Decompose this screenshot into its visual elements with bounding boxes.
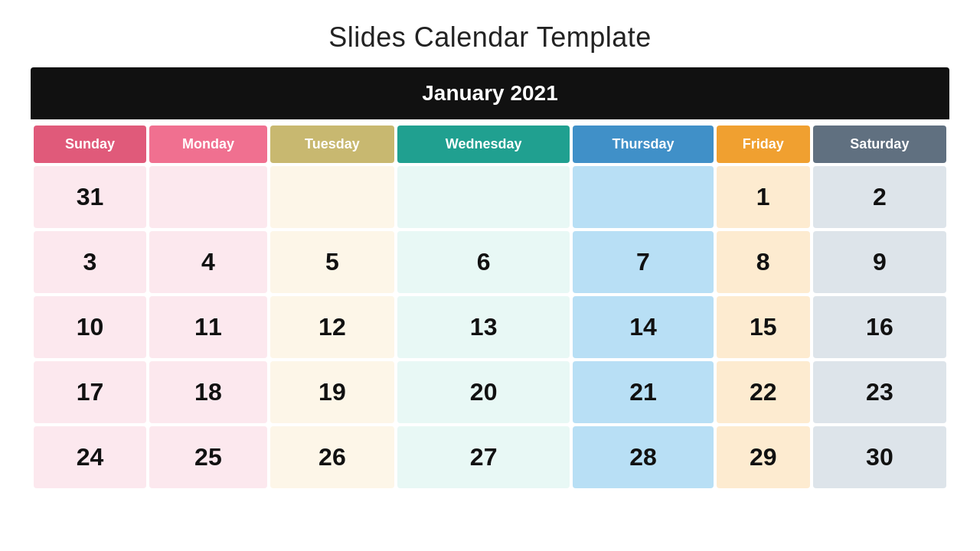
calendar-body: 3112345678910111213141516171819202122232… [34, 166, 946, 488]
calendar-cell: 18 [149, 361, 267, 423]
calendar-cell: 27 [397, 426, 570, 488]
day-header-friday: Friday [717, 126, 810, 163]
calendar-week-row: 3112 [34, 166, 946, 228]
calendar-cell [397, 166, 570, 228]
calendar-cell: 9 [813, 231, 946, 293]
calendar-cell: 21 [573, 361, 713, 423]
day-header-tuesday: Tuesday [270, 126, 394, 163]
calendar-cell: 13 [397, 296, 570, 358]
calendar-month-header: January 2021 [31, 67, 949, 119]
calendar-week-row: 3456789 [34, 231, 946, 293]
calendar-cell [270, 166, 394, 228]
calendar-days-header: SundayMondayTuesdayWednesdayThursdayFrid… [34, 126, 946, 163]
calendar-cell: 29 [717, 426, 810, 488]
calendar-cell: 30 [813, 426, 946, 488]
day-header-wednesday: Wednesday [397, 126, 570, 163]
calendar-cell: 8 [717, 231, 810, 293]
calendar-cell: 19 [270, 361, 394, 423]
day-header-saturday: Saturday [813, 126, 946, 163]
calendar-cell: 17 [34, 361, 146, 423]
calendar-week-row: 10111213141516 [34, 296, 946, 358]
header-row: SundayMondayTuesdayWednesdayThursdayFrid… [34, 126, 946, 163]
calendar-cell [573, 166, 713, 228]
page-title: Slides Calendar Template [328, 21, 652, 54]
calendar-cell: 28 [573, 426, 713, 488]
calendar-cell: 23 [813, 361, 946, 423]
calendar-wrapper: January 2021 SundayMondayTuesdayWednesda… [31, 67, 949, 491]
calendar-cell: 6 [397, 231, 570, 293]
calendar-cell: 1 [717, 166, 810, 228]
calendar-cell: 31 [34, 166, 146, 228]
day-header-thursday: Thursday [573, 126, 713, 163]
calendar-cell: 5 [270, 231, 394, 293]
calendar-cell: 3 [34, 231, 146, 293]
calendar-cell: 4 [149, 231, 267, 293]
calendar-week-row: 24252627282930 [34, 426, 946, 488]
calendar-cell: 16 [813, 296, 946, 358]
calendar-cell: 7 [573, 231, 713, 293]
day-header-sunday: Sunday [34, 126, 146, 163]
calendar-cell: 15 [717, 296, 810, 358]
calendar-week-row: 17181920212223 [34, 361, 946, 423]
calendar-grid: SundayMondayTuesdayWednesdayThursdayFrid… [31, 122, 949, 491]
calendar-cell: 10 [34, 296, 146, 358]
calendar-cell: 12 [270, 296, 394, 358]
calendar-cell: 14 [573, 296, 713, 358]
calendar-cell: 24 [34, 426, 146, 488]
calendar-cell: 20 [397, 361, 570, 423]
day-header-monday: Monday [149, 126, 267, 163]
calendar-cell: 25 [149, 426, 267, 488]
calendar-cell: 22 [717, 361, 810, 423]
calendar-cell: 2 [813, 166, 946, 228]
calendar-cell [149, 166, 267, 228]
calendar-cell: 11 [149, 296, 267, 358]
calendar-cell: 26 [270, 426, 394, 488]
